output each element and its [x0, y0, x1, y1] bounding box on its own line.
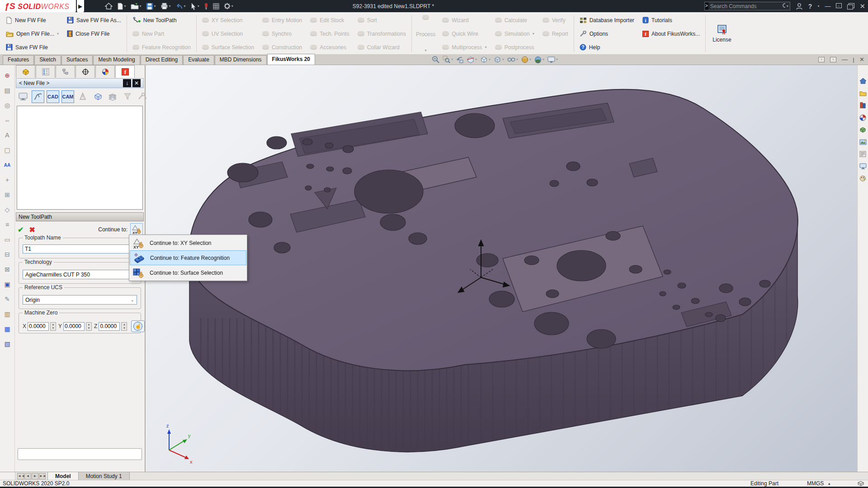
sheet-icon[interactable]: ▭	[2, 235, 12, 244]
tab-motion-study-1[interactable]: Motion Study 1	[79, 472, 130, 480]
machine-zero-z-input[interactable]	[100, 323, 118, 329]
z-spinner[interactable]: ▲▼	[121, 322, 127, 331]
cam-tree-area[interactable]	[17, 106, 143, 210]
panel-tab-fikusworks[interactable]: f	[115, 65, 135, 78]
tab-model[interactable]: Model	[47, 472, 79, 480]
close-icon[interactable]: ✕	[859, 2, 865, 10]
search-commands-box[interactable]: > ▾	[704, 2, 790, 10]
chevron-down-icon[interactable]: ▾	[425, 48, 427, 52]
close-panel-icon[interactable]: ✕	[132, 79, 141, 87]
surface-selection-button[interactable]: Surface Selection	[200, 41, 256, 53]
wizard-cone-icon[interactable]	[76, 90, 89, 103]
panel-tab-target[interactable]	[75, 65, 95, 78]
new-toolpath-button[interactable]: New ToolPath	[131, 14, 193, 26]
chevron-down-icon[interactable]: ▾	[556, 57, 558, 61]
transformations-button[interactable]: Transformations	[356, 28, 408, 40]
select-arrow-icon[interactable]: ▾	[190, 3, 199, 10]
chevron-down-icon[interactable]: ▾	[124, 4, 126, 8]
counter-icon[interactable]: ▤	[2, 85, 12, 95]
select-chain-icon[interactable]: ▣	[2, 279, 12, 289]
add-feature-icon[interactable]: +	[2, 175, 12, 185]
user-icon[interactable]	[796, 3, 803, 10]
apply-scene-icon[interactable]: ▾	[534, 56, 544, 63]
chevron-down-icon[interactable]: ▾	[169, 4, 171, 8]
calculate-button[interactable]: Calculate	[493, 14, 536, 26]
wizard-button[interactable]: Wizard	[440, 14, 488, 26]
machine-zero-x-input[interactable]	[29, 323, 47, 329]
chevron-down-icon[interactable]: ▾	[785, 4, 790, 8]
file-explorer-icon[interactable]	[859, 101, 867, 109]
home-icon[interactable]	[105, 3, 113, 9]
open-fw-file-button[interactable]: Open FW File...▾	[4, 28, 61, 40]
new-fw-file-button[interactable]: New FW File	[4, 14, 61, 26]
windows-icon[interactable]	[847, 3, 854, 9]
chevron-down-icon[interactable]: ▾	[516, 57, 518, 61]
filter-icon[interactable]	[121, 90, 134, 103]
chevron-down-icon[interactable]: ▾	[140, 4, 142, 8]
tab-direct-editing[interactable]: Direct Editing	[141, 55, 183, 65]
units-selector[interactable]: MMGS▲	[807, 480, 831, 487]
open-folder-icon[interactable]: ▾	[131, 3, 142, 9]
construction-button[interactable]: Construction	[260, 41, 304, 53]
monitor-small-icon[interactable]: ▢	[2, 145, 12, 155]
chevron-down-icon[interactable]: ▾	[529, 57, 531, 61]
stock-cube-icon[interactable]	[91, 90, 104, 103]
view-orientation-icon[interactable]: ▾	[480, 56, 491, 63]
tab-features[interactable]: Features	[3, 55, 34, 65]
chevron-down-icon[interactable]: ▾	[57, 32, 59, 36]
wire-path-icon[interactable]	[32, 90, 44, 103]
chevron-down-icon[interactable]: ▾	[502, 57, 504, 61]
cam-toggle-button[interactable]: CAM	[61, 90, 74, 103]
design-library-icon[interactable]	[859, 89, 867, 97]
panel-tab-part[interactable]	[16, 65, 35, 78]
machine-zero-y-input[interactable]	[65, 323, 83, 329]
measure-tool-icon[interactable]: ◇	[2, 205, 12, 215]
panel-tab-dimxpert[interactable]	[95, 65, 115, 78]
chevron-down-icon[interactable]: ▾	[231, 4, 233, 8]
save-icon[interactable]: ▾	[146, 3, 156, 10]
target-flash-icon[interactable]: ⊕	[2, 70, 12, 80]
chevron-down-icon[interactable]: ▾	[485, 45, 487, 49]
next-tab-icon[interactable]: ►	[32, 473, 38, 479]
pane-collapse-left-icon[interactable]: ‹	[818, 57, 825, 62]
chevron-down-icon[interactable]: ▾	[451, 57, 453, 61]
accesories-button[interactable]: Accesories	[308, 41, 351, 53]
uv-selection-button[interactable]: UV Selection	[200, 28, 256, 40]
display-style-icon[interactable]: ▾	[494, 56, 504, 63]
undo-icon[interactable]: ▾	[175, 3, 186, 9]
save-fw-file-as-button[interactable]: Save FW File As...	[65, 14, 123, 26]
license-button[interactable]: License	[707, 14, 736, 53]
team-icon[interactable]: AA	[2, 160, 12, 170]
graphics-viewport[interactable]: z x y	[146, 65, 857, 472]
panel-tab-list[interactable]	[36, 65, 55, 78]
edit-appearance-icon[interactable]: ▾	[521, 56, 531, 63]
paste-icon[interactable]: ⊠	[2, 264, 12, 274]
new-part-button[interactable]: New Part	[131, 28, 193, 40]
x-spinner[interactable]: ▲▼	[50, 322, 56, 331]
process-button[interactable]: Process ▾	[413, 14, 438, 53]
measure-icon[interactable]	[204, 3, 208, 10]
ok-check-button[interactable]: ✔	[18, 225, 24, 234]
simulation-button[interactable]: Simulation▾	[493, 28, 536, 40]
multiprocess-button[interactable]: Multiprocess▾	[440, 41, 488, 53]
section-view-icon[interactable]: ▾	[467, 56, 477, 63]
hide-show-items-icon[interactable]: ▾	[507, 56, 518, 63]
panel-tab-feature-tree[interactable]	[56, 65, 75, 78]
about-fikusworks-button[interactable]: fAbout FikusWorks...	[641, 28, 702, 40]
chevron-down-icon[interactable]: ▾	[533, 32, 534, 36]
palette-icon[interactable]	[859, 174, 867, 183]
last-tab-icon[interactable]: ►►	[39, 473, 46, 479]
chevron-down-icon[interactable]: ▾	[154, 4, 156, 8]
toolbox-cube-icon[interactable]	[859, 126, 867, 134]
first-tab-icon[interactable]: ◄◄	[17, 473, 24, 479]
cancel-x-button[interactable]: ✖	[29, 225, 35, 234]
search-icon[interactable]	[782, 3, 785, 9]
help-button[interactable]: ?Help	[578, 41, 636, 53]
menu-item-xy-selection[interactable]: XY Continue to: XY Selection	[130, 235, 246, 250]
menu-item-feature-recognition[interactable]: Continue to: Feature Recognition	[130, 250, 246, 265]
pin-down-icon[interactable]: ↓	[123, 79, 131, 87]
save-fw-file-button[interactable]: Save FW File	[4, 41, 61, 53]
tech-points-button[interactable]: Tech. Points	[308, 28, 351, 40]
continue-to-xy-button[interactable]: XY	[130, 223, 143, 236]
tab-evaluate[interactable]: Evaluate	[183, 55, 214, 65]
